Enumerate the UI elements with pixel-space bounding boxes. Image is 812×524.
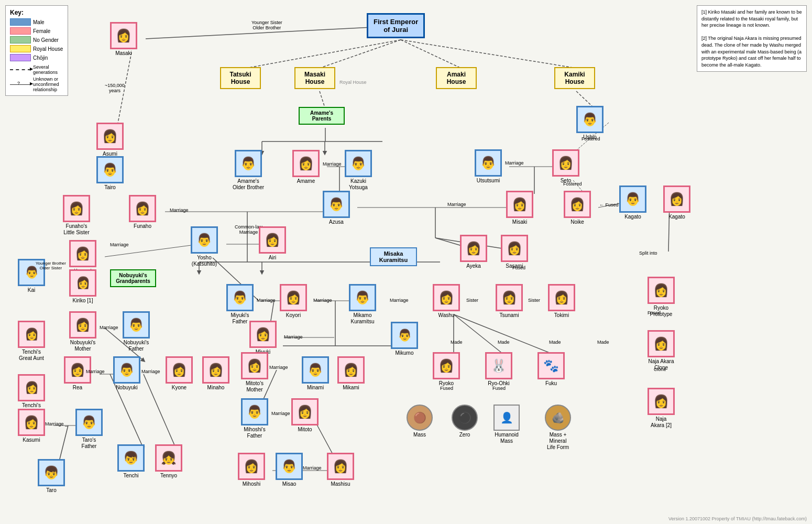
ayeka-name: Ayeka	[466, 263, 481, 269]
taros-father-portrait: 👨	[75, 409, 103, 436]
ryo-ohki-node: 🐰 Ryo-Ohki	[485, 352, 512, 387]
made4-label: Made	[597, 340, 609, 345]
funaho-name: Funaho	[134, 223, 151, 230]
minami-portrait: 👨	[302, 356, 329, 384]
masaki-house-box: MasakiHouse	[294, 67, 335, 89]
washu-tsunami-sister-label: Sister	[466, 298, 478, 303]
kazuki-node: 👨 KazukiYotsuga	[345, 150, 372, 191]
nobuyuki-node: 👨 Nobuyuki	[113, 356, 140, 391]
azusa-node: 👨 Azusa	[323, 191, 350, 225]
minaho-portrait: 👩	[202, 356, 229, 384]
misaka-kuramitsu-box: MisakaKuramitsu	[370, 247, 417, 266]
kyone-name: Kyone	[172, 385, 186, 391]
seto-portrait: 👩	[552, 149, 579, 177]
taro-node: 👦 Taro	[38, 459, 65, 494]
nobuyuki-portrait: 👨	[113, 356, 140, 384]
tenchis-great-aunt-node: 👩 Tenchi'sGreat Aunt	[18, 321, 45, 362]
amame-node: 👩 Amame	[292, 150, 320, 184]
misaki-node: 👩 Misaki	[506, 191, 533, 225]
legend-unknown-rel: ? ▶ Unknown orunconfirmedrelationship	[10, 77, 63, 92]
nobuyuki-kyone-marriage-label: Marriage	[141, 369, 160, 374]
ayeka-portrait: 👩	[460, 235, 487, 262]
question-line-icon: ? ▶	[10, 84, 31, 85]
mitotos-mother-node: 👩 Mitoto'sMother	[241, 352, 268, 393]
kiriko-name: Kiriko [1]	[73, 298, 93, 304]
amames-parents-box: Amame'sParents	[299, 107, 345, 125]
nobuyukis-grandparents-box: Nobuyuki'sGrandparents	[110, 269, 156, 287]
legend-chojin: Chōjin	[10, 54, 63, 61]
ryoko-prototype-portrait: 👩	[648, 277, 675, 304]
mikumo-node: 👨 Mikumo	[391, 322, 418, 356]
miyukis-father-portrait: 👨	[226, 284, 254, 311]
clone-label: Clone	[654, 367, 666, 372]
yosho-portrait: 👨	[191, 226, 218, 254]
azusa-name: Azusa	[329, 219, 344, 225]
noike-portrait: 👩	[564, 191, 591, 218]
kamiki-house-box: KamikiHouse	[554, 67, 595, 89]
utsutsumi-node: 👨 Utsutsumi	[475, 149, 502, 184]
svg-line-3	[401, 40, 576, 68]
nobuyukis-mother-node: 👩 Nobuyuki'sMother	[69, 311, 96, 352]
royal-house-indicator: Royal House	[339, 80, 367, 85]
asumi-node: 👩 Asumi	[96, 123, 124, 157]
mitotos-mother-name: Mitoto'sMother	[246, 380, 264, 393]
mikumo-name: Mikumo	[395, 350, 413, 356]
kasumi-taros-marriage-label: Marriage _	[45, 421, 68, 427]
mashisu-node: 👩 Mashisu	[327, 453, 354, 487]
airi-portrait: 👩	[259, 226, 286, 254]
tenchis-aunt-portrait: 👩	[18, 374, 45, 401]
ayeka-node: 👩 Ayeka	[460, 235, 487, 269]
humanoid-mass-node: 👤 HumanoidMass	[493, 405, 520, 444]
naja-clone-portrait: 👩	[648, 330, 675, 357]
fused-ryoko-proto-label: Fused	[648, 310, 661, 315]
sasami-portrait: 👩	[501, 235, 528, 262]
azusa-misaki-marriage-label: Marriage	[447, 202, 466, 207]
utsutsumi-name: Utsutsumi	[477, 178, 500, 184]
tenchis-great-aunt-name: Tenchi'sGreat Aunt	[19, 349, 44, 362]
taro-portrait: 👦	[38, 459, 65, 486]
notes-box: [1] Kiriko Masaki and her family are kno…	[697, 5, 807, 72]
fuku-node: 🐾 Fuku	[537, 352, 565, 387]
miyukis-father-name: Miyuki'sFather	[231, 312, 249, 325]
tatsuki-house-box: TatsukiHouse	[220, 67, 261, 89]
ushio-node: 👨 Ushio	[576, 106, 603, 140]
miyukis-father-node: 👨 Miyuki'sFather	[226, 284, 254, 325]
note2-text: [2] The original Naja Akara is missing p…	[701, 35, 802, 68]
funaho-ls-portrait: 👩	[63, 195, 90, 222]
mikamo-washu-marriage-label: Marriage	[390, 298, 409, 303]
amames-ob-name: Amame'sOlder Brother	[233, 178, 264, 191]
washu-portrait: 👩	[433, 284, 460, 311]
mihoshis-father-marriage-label: Marriage	[271, 411, 290, 416]
mass-shape: 🟤	[407, 405, 433, 431]
miyuki-node: 👩 Miyuki	[249, 321, 277, 355]
koyori-portrait: 👩	[280, 284, 307, 311]
tokimi-name: Tokimi	[554, 312, 569, 319]
fostered1-label: Fostered	[581, 136, 600, 141]
kazuki-name: KazukiYotsuga	[349, 178, 368, 191]
royal-label: Royal House	[33, 46, 63, 52]
amaki-house-box: AmakiHouse	[436, 67, 477, 89]
mass-name: Mass	[413, 432, 426, 438]
amames-older-brother-node: 👨 Amame'sOlder Brother	[233, 150, 264, 191]
nobuyukis-mother-portrait: 👩	[69, 311, 96, 339]
airi-name: Airi	[269, 255, 276, 261]
utsutsumi-seto-marriage-label: Marriage	[505, 160, 524, 166]
naja-akara-portrait: 👩	[648, 388, 675, 415]
mihoshi-name: Mihoshi	[243, 481, 260, 487]
kiriko-node: 👩 Kiriko [1]	[69, 269, 96, 304]
ryo-ohki-portrait: 🐰	[485, 352, 512, 379]
yosho-name: Yosho(Katsuhito)	[192, 255, 217, 267]
funaho-node: 👩 Funaho	[129, 195, 156, 230]
mitotos-mother-marriage-label: Marriage	[269, 365, 288, 370]
miyuki-portrait: 👩	[249, 321, 277, 348]
kazuki-portrait: 👨	[345, 150, 372, 177]
kasumi-young-node: 👩 Kasumi	[18, 409, 45, 443]
mihoshi-node: 👩 Mihoshi	[238, 453, 265, 487]
kagato-female-node: 👩 Kagato	[663, 185, 690, 220]
tsunami-portrait: 👩	[496, 284, 523, 311]
fused-ryoko-label: Fused	[440, 386, 453, 391]
years-label: ~150,000years	[105, 83, 125, 93]
kasumi-young-name: Kasumi	[23, 437, 40, 443]
ushio-portrait: 👨	[576, 106, 603, 133]
airi-node: 👩 Airi	[259, 226, 286, 261]
